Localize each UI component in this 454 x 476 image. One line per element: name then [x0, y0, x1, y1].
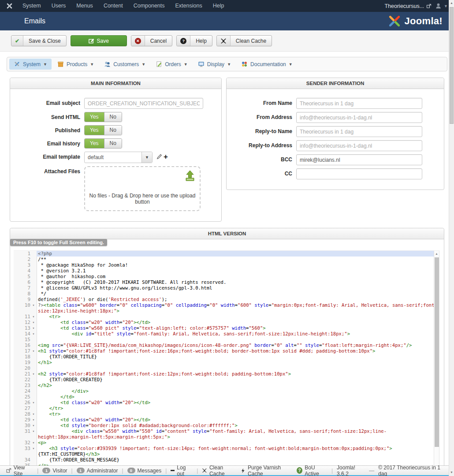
code-line[interactable]: 32▾<p>: [14, 440, 439, 446]
published-no[interactable]: No: [104, 126, 122, 135]
editor-scrollbar-thumb[interactable]: [435, 257, 439, 447]
purge-varnish-button[interactable]: Purge Varnish Cache: [241, 465, 293, 476]
bcc-input[interactable]: [296, 154, 422, 165]
reply-to-name-input[interactable]: [296, 126, 422, 137]
fold-arrow-icon[interactable]: ▾: [30, 423, 37, 428]
code-line[interactable]: 29▾ <td class="w20" width="20"></td>: [14, 417, 439, 423]
send-html-yes[interactable]: Yes: [85, 112, 104, 122]
tab-documentation[interactable]: Documentation▼: [237, 59, 297, 70]
fold-arrow-icon[interactable]: ▾: [30, 428, 37, 440]
code-line[interactable]: 12▾ <td class="w20" width="20"></td>: [14, 320, 439, 325]
code-line[interactable]: 18 {TXT:ORDER_TITLE}: [14, 354, 439, 360]
code-line[interactable]: 22 {TXT:ORDER_CREATED}: [14, 377, 439, 383]
view-site-link[interactable]: Theoriecursus...: [384, 3, 432, 9]
code-line[interactable]: 17▾<h1 style="color:#1c8faf !important;f…: [14, 348, 439, 354]
code-line[interactable]: 23</h2>: [14, 383, 439, 388]
code-line[interactable]: 4 * @version 3.2.1: [14, 268, 439, 274]
fold-arrow-icon[interactable]: ▾: [30, 314, 37, 320]
from-name-input[interactable]: [296, 98, 422, 109]
code-line[interactable]: 9defined('_JEXEC') or die('Restricted ac…: [14, 297, 439, 302]
code-line[interactable]: 31▾ <div class="w550" width="550" id="co…: [14, 428, 439, 440]
code-line[interactable]: 19</h1>: [14, 360, 439, 365]
email-subject-input[interactable]: [84, 98, 203, 109]
code-line[interactable]: 10▾?><table class="w600" border="0" cell…: [14, 302, 439, 314]
code-line[interactable]: 7 * @license GNU/GPLv3 http://www.gnu.or…: [14, 285, 439, 291]
code-line[interactable]: 16<img src="{VAR:LIVE_SITE}/media/com_hi…: [14, 342, 439, 348]
fold-arrow-icon[interactable]: ▾: [30, 325, 37, 331]
code-line[interactable]: 30▾ <td style="border:1px solid #adadad;…: [14, 423, 439, 428]
view-site-button[interactable]: View Site: [6, 465, 33, 476]
code-line[interactable]: 24 </div>: [14, 388, 439, 394]
scroll-down-icon[interactable]: ▼: [449, 471, 454, 474]
administrator-counter[interactable]: 1 Administrator: [77, 468, 118, 474]
fold-arrow-icon[interactable]: ▾: [30, 320, 37, 325]
fold-arrow-icon[interactable]: ▾: [30, 440, 37, 446]
fold-arrow-icon[interactable]: ▾: [30, 411, 37, 417]
fold-arrow-icon[interactable]: ▾: [30, 348, 37, 354]
help-button[interactable]: ? Help: [176, 35, 212, 46]
attached-files-dropzone[interactable]: No files - Drag & Drop here or use the u…: [84, 166, 201, 211]
upload-icon[interactable]: [184, 170, 196, 182]
fold-arrow-icon[interactable]: ▾: [30, 417, 37, 423]
clean-cache-button[interactable]: Clean Cache: [216, 35, 272, 46]
code-line[interactable]: 11▾ <tr>: [14, 314, 439, 320]
scroll-up-icon[interactable]: ▲: [449, 1, 454, 4]
email-history-no[interactable]: No: [104, 139, 122, 148]
send-html-no[interactable]: No: [104, 112, 122, 122]
cancel-button[interactable]: ✕ Cancel: [131, 35, 172, 46]
email-template-select[interactable]: default ▼: [84, 152, 153, 163]
messages-counter[interactable]: 0 Messages: [127, 468, 162, 474]
plugin-status[interactable]: ? BoU Active: [297, 465, 327, 476]
tab-customers[interactable]: Customers▼: [100, 59, 150, 70]
code-line[interactable]: 21▾<h2 style="color:#1c8faf !important;f…: [14, 371, 439, 377]
fold-arrow-icon[interactable]: ▾: [30, 331, 37, 337]
code-line[interactable]: 13▾ <td class="w560 pict" style="text-al…: [14, 325, 439, 331]
menu-system[interactable]: System: [17, 0, 46, 12]
menu-components[interactable]: Components: [128, 0, 170, 12]
log-out-button[interactable]: Log out: [171, 465, 193, 476]
code-line[interactable]: 25 </td>: [14, 394, 439, 400]
code-line[interactable]: 20: [14, 365, 439, 371]
cc-input[interactable]: [296, 168, 422, 179]
visitor-counter[interactable]: 1 Visitor: [42, 468, 67, 474]
clean-cache-status-button[interactable]: Clean Cache: [202, 465, 237, 476]
user-menu[interactable]: ▼: [435, 3, 448, 9]
fold-arrow-icon[interactable]: ▾: [30, 446, 37, 457]
menu-menus[interactable]: Menus: [71, 0, 98, 12]
fold-arrow-icon[interactable]: ▾: [30, 302, 37, 314]
code-line[interactable]: 3 * @package HikaShop for Joomla!: [14, 262, 439, 268]
code-line[interactable]: 14▾ <div id="title" style="font-family: …: [14, 331, 439, 337]
edit-template-icon[interactable]: [156, 153, 163, 160]
scroll-up-icon[interactable]: ▲: [434, 251, 439, 257]
code-line[interactable]: 28▾ <tr>: [14, 411, 439, 417]
save-button[interactable]: Save: [71, 35, 127, 46]
code-line[interactable]: 34 {TXT:ORDER_BEGIN_MESSAGE}: [14, 457, 439, 463]
code-line[interactable]: 8 */: [14, 291, 439, 297]
page-scrollbar-thumb[interactable]: [450, 7, 454, 124]
editor-scrollbar[interactable]: ▲: [434, 251, 439, 476]
code-line[interactable]: 5 * @author hikashop.com: [14, 274, 439, 279]
page-scrollbar[interactable]: ▲ ▼: [449, 0, 454, 476]
tab-orders[interactable]: Orders▼: [151, 59, 192, 70]
menu-users[interactable]: Users: [46, 0, 71, 12]
menu-help[interactable]: Help: [208, 0, 230, 12]
code-line[interactable]: 6 * @copyright (C) 2010-2017 HIKARI SOFT…: [14, 279, 439, 285]
reply-to-address-input[interactable]: [296, 140, 422, 151]
code-line[interactable]: 15: [14, 337, 439, 342]
email-history-yes[interactable]: Yes: [85, 139, 104, 148]
menu-extensions[interactable]: Extensions: [170, 0, 208, 12]
from-address-input[interactable]: [296, 112, 422, 123]
code-line[interactable]: 27 </tr>: [14, 405, 439, 411]
published-yes[interactable]: Yes: [85, 126, 104, 135]
fold-arrow-icon[interactable]: ▾: [30, 400, 37, 405]
tab-system[interactable]: System▼: [9, 59, 52, 70]
tab-display[interactable]: Display▼: [194, 59, 235, 70]
code-line[interactable]: 1<?php: [14, 251, 439, 257]
code-line[interactable]: 26▾ <td class="w20" width="20"></td>: [14, 400, 439, 405]
menu-content[interactable]: Content: [98, 0, 128, 12]
tab-products[interactable]: Products▼: [53, 59, 98, 70]
code-line[interactable]: 33▾ <h3 style="color:#393939 !important;…: [14, 446, 439, 457]
add-template-icon[interactable]: +: [164, 154, 168, 160]
code-line[interactable]: 2/**: [14, 257, 439, 262]
save-close-button[interactable]: ✔ Save & Close: [11, 35, 67, 46]
